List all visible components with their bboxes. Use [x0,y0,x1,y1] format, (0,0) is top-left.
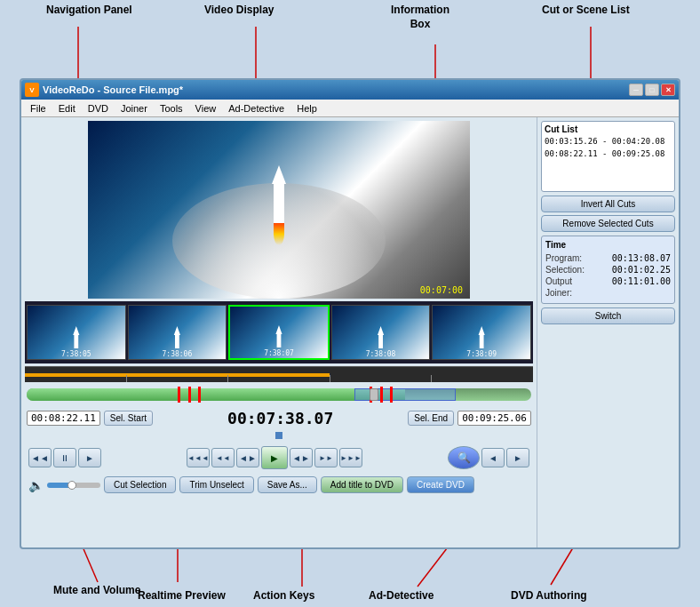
cut-list-item-2: 00:08:22.11 - 00:09:25.08 [545,148,672,161]
maximize-button[interactable]: □ [645,84,659,96]
next-scene-button[interactable]: ► [506,448,529,467]
video-display: 00:07:00 [88,121,470,299]
playback-row: ◄◄ ⏸ ► ◄◄◄ ◄◄ ◄► ▶ ◄► ►► ►►► 🔍 ◄ [25,444,533,471]
volume-group: 🔈 [28,478,100,492]
video-inner: 00:07:00 [88,121,470,299]
thumbnail-1[interactable]: 7:38:05 [27,305,126,360]
progress-area[interactable] [25,385,533,404]
menu-dvd[interactable]: DVD [83,102,114,115]
trim-unselect-button[interactable]: Trim Unselect [179,476,253,493]
cut-list-item-1: 00:03:15.26 - 00:04:20.08 [545,136,672,148]
cut-selection-button[interactable]: Cut Selection [104,476,176,493]
realtime-preview-label: Realtime Preview [138,589,226,603]
pause-button[interactable]: ⏸ [53,448,76,467]
menu-view[interactable]: View [190,102,222,115]
cut-marker-6 [390,387,393,403]
thumb-shuttle-3 [274,325,284,347]
close-button[interactable]: ✕ [661,84,675,96]
position-indicator [25,430,533,441]
thumbnail-4[interactable]: 7:38:08 [331,305,431,360]
app-icon: V [25,83,39,97]
info-row-selection: Selection: 00:01:02.25 [545,265,671,275]
title-bar-controls: ─ □ ✕ [629,84,675,96]
progress-fill [27,388,405,401]
thumb-shuttle-5 [476,326,487,348]
create-dvd-button[interactable]: Create DVD [407,476,474,493]
thumbnail-3[interactable]: 7:38:07 [228,305,330,360]
cut-scene-list-label: Cut or Scene List [542,4,630,18]
time-start-display: 00:08:22.11 [27,411,100,426]
forward-button[interactable]: ► [78,448,101,467]
thumb-shuttle-1 [71,326,82,348]
sel-start-button[interactable]: Sel. Start [104,411,153,426]
thumb-label-4: 7:38:08 [366,350,396,358]
info-row-output: Output 00:11:01.00 [545,276,671,286]
progress-thumb[interactable] [370,388,378,401]
invert-all-cuts-button[interactable]: Invert All Cuts [541,196,675,212]
mute-volume-label: Mute and Volume [53,584,140,598]
ad-detective-label: Ad-Detective [369,589,434,603]
main-window: V VideoReDo - Source File.mpg* ─ □ ✕ Fil… [20,78,680,549]
step-back-2-button[interactable]: ◄◄ [211,448,235,467]
info-value-output: 00:11:01.00 [612,276,671,286]
volume-slider[interactable] [47,483,100,488]
step-back-3-button[interactable]: ◄◄◄ [187,448,210,467]
dvd-authoring-label: DVD Authoring [511,589,587,603]
thumbnail-strip: 7:38:05 7:38:06 7:38:07 7:38:08 7:38:09 [25,301,533,363]
info-row-joiner: Joiner: [545,288,671,298]
thumb-shuttle-2 [171,326,182,348]
cut-marker-5 [380,387,383,403]
cut-list-box: Cut List 00:03:15.26 - 00:04:20.08 00:08… [541,121,675,192]
main-panel: 00:07:00 7:38:05 7:38:06 7:38:07 [21,117,537,547]
cut-marker-2 [188,387,191,403]
ad-detective-button[interactable]: 🔍 [448,446,480,469]
info-row-program: Program: 00:13:08.07 [545,253,671,263]
info-title: Time [545,240,671,250]
sel-end-button[interactable]: Sel. End [408,411,454,426]
add-title-dvd-button[interactable]: Add title to DVD [321,476,403,493]
shuttle-flame [274,223,284,245]
title-bar: V VideoReDo - Source File.mpg* ─ □ ✕ [21,80,679,100]
step-fwd-1-button[interactable]: ◄► [290,448,313,467]
thumbnail-5[interactable]: 7:38:09 [432,305,531,360]
info-value-program: 00:13:08.07 [612,253,671,263]
switch-button[interactable]: Switch [541,307,675,324]
content-area: 00:07:00 7:38:05 7:38:06 7:38:07 [21,117,679,547]
progress-track[interactable] [27,388,531,401]
cut-marker-1 [178,387,180,403]
remove-selected-cuts-button[interactable]: Remove Selected Cuts [541,215,675,232]
timeline-fill [25,373,330,377]
window-title: VideoReDo - Source File.mpg* [43,84,183,95]
video-display-label: Video Display [204,4,274,18]
menu-edit[interactable]: Edit [53,102,81,115]
step-fwd-2-button[interactable]: ►► [314,448,338,467]
timeline-bar[interactable] [25,366,533,382]
thumb-label-2: 7:38:06 [163,350,193,358]
prev-scene-button[interactable]: ◄ [481,448,505,467]
video-timecode: 00:07:00 [420,285,463,295]
rewind-button[interactable]: ◄◄ [28,448,52,467]
action-row: 🔈 Cut Selection Trim Unselect Save As...… [25,474,533,496]
nav-transport-group: ◄◄ ⏸ ► [28,448,101,467]
step-back-1-button[interactable]: ◄► [236,448,259,467]
save-as-button[interactable]: Save As... [258,476,317,493]
info-value-selection: 00:01:02.25 [612,265,671,275]
info-box: Time Program: 00:13:08.07 Selection: 00:… [541,236,675,304]
thumbnail-2[interactable]: 7:38:06 [128,305,227,360]
step-fwd-3-button[interactable]: ►►► [339,448,362,467]
menu-joiner[interactable]: Joiner [115,102,153,115]
info-label-selection: Selection: [545,265,585,275]
volume-knob[interactable] [68,481,76,490]
center-transport-group: ◄◄◄ ◄◄ ◄► ▶ ◄► ►► ►►► [187,446,362,469]
menu-file[interactable]: File [25,102,52,115]
current-time-display: 00:07:38.07 [156,409,404,427]
thumb-shuttle-4 [376,326,386,348]
menu-help[interactable]: Help [291,102,322,115]
thumb-label-1: 7:38:05 [61,350,91,358]
minimize-button[interactable]: ─ [629,84,643,96]
ad-detective-transport-group: 🔍 ◄ ► [448,446,529,469]
menu-ad-detective[interactable]: Ad-Detective [223,102,290,115]
controls-row: 00:08:22.11 Sel. Start 00:07:38.07 Sel. … [25,407,533,429]
play-button[interactable]: ▶ [261,446,288,469]
menu-tools[interactable]: Tools [155,102,188,115]
